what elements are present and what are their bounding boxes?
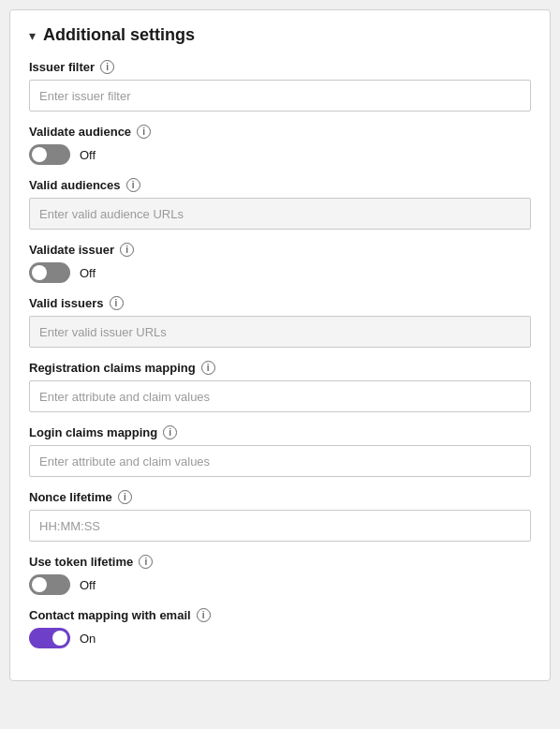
use-token-lifetime-toggle-label: Off xyxy=(80,578,96,592)
validate-issuer-toggle-row: Off xyxy=(29,262,531,283)
additional-settings-card: ▾ Additional settings Issuer filter i Va… xyxy=(9,9,551,681)
login-claims-input[interactable] xyxy=(29,445,531,477)
nonce-lifetime-info-icon[interactable]: i xyxy=(118,490,132,504)
validate-issuer-group: Validate issuer i Off xyxy=(29,243,531,283)
valid-audiences-input[interactable] xyxy=(29,198,531,230)
validate-issuer-thumb xyxy=(32,265,47,280)
nonce-lifetime-input[interactable] xyxy=(29,510,531,542)
contact-mapping-group: Contact mapping with email i On xyxy=(29,608,531,648)
valid-audiences-group: Valid audiences i xyxy=(29,178,531,230)
section-header: ▾ Additional settings xyxy=(29,25,531,45)
collapse-chevron-icon[interactable]: ▾ xyxy=(29,28,36,43)
validate-issuer-info-icon[interactable]: i xyxy=(120,243,134,257)
contact-mapping-toggle-row: On xyxy=(29,628,531,648)
registration-claims-group: Registration claims mapping i xyxy=(29,361,531,412)
valid-issuers-input[interactable] xyxy=(29,316,531,348)
use-token-lifetime-info-icon[interactable]: i xyxy=(139,555,153,569)
nonce-lifetime-label: Nonce lifetime i xyxy=(29,490,531,504)
registration-claims-input[interactable] xyxy=(29,380,531,412)
use-token-lifetime-group: Use token lifetime i Off xyxy=(29,555,531,595)
contact-mapping-label: Contact mapping with email i xyxy=(29,608,531,622)
valid-issuers-info-icon[interactable]: i xyxy=(110,296,124,310)
validate-audience-info-icon[interactable]: i xyxy=(137,125,151,139)
valid-issuers-label: Valid issuers i xyxy=(29,296,531,310)
issuer-filter-group: Issuer filter i xyxy=(29,60,531,112)
validate-audience-thumb xyxy=(32,147,47,162)
registration-claims-info-icon[interactable]: i xyxy=(201,361,215,375)
valid-audiences-info-icon[interactable]: i xyxy=(126,178,140,192)
validate-audience-toggle-row: Off xyxy=(29,144,531,165)
use-token-lifetime-thumb xyxy=(32,577,47,592)
login-claims-info-icon[interactable]: i xyxy=(163,425,177,439)
login-claims-group: Login claims mapping i xyxy=(29,425,531,477)
validate-issuer-toggle[interactable] xyxy=(29,262,70,283)
validate-audience-toggle[interactable] xyxy=(29,144,70,165)
registration-claims-label: Registration claims mapping i xyxy=(29,361,531,375)
use-token-lifetime-label: Use token lifetime i xyxy=(29,555,531,569)
contact-mapping-toggle-label: On xyxy=(80,632,96,646)
nonce-lifetime-group: Nonce lifetime i xyxy=(29,490,531,542)
validate-issuer-toggle-label: Off xyxy=(80,266,96,280)
validate-audience-label: Validate audience i xyxy=(29,125,531,139)
valid-issuers-group: Valid issuers i xyxy=(29,296,531,348)
issuer-filter-info-icon[interactable]: i xyxy=(100,60,114,74)
contact-mapping-info-icon[interactable]: i xyxy=(197,608,211,622)
use-token-lifetime-toggle-row: Off xyxy=(29,574,531,595)
validate-audience-group: Validate audience i Off xyxy=(29,125,531,165)
login-claims-label: Login claims mapping i xyxy=(29,425,531,439)
contact-mapping-thumb xyxy=(52,631,67,646)
section-title: Additional settings xyxy=(43,25,195,45)
contact-mapping-toggle[interactable] xyxy=(29,628,70,648)
valid-audiences-label: Valid audiences i xyxy=(29,178,531,192)
validate-issuer-label: Validate issuer i xyxy=(29,243,531,257)
validate-audience-toggle-label: Off xyxy=(80,148,96,162)
issuer-filter-input[interactable] xyxy=(29,80,531,112)
issuer-filter-label: Issuer filter i xyxy=(29,60,531,74)
use-token-lifetime-toggle[interactable] xyxy=(29,574,70,595)
